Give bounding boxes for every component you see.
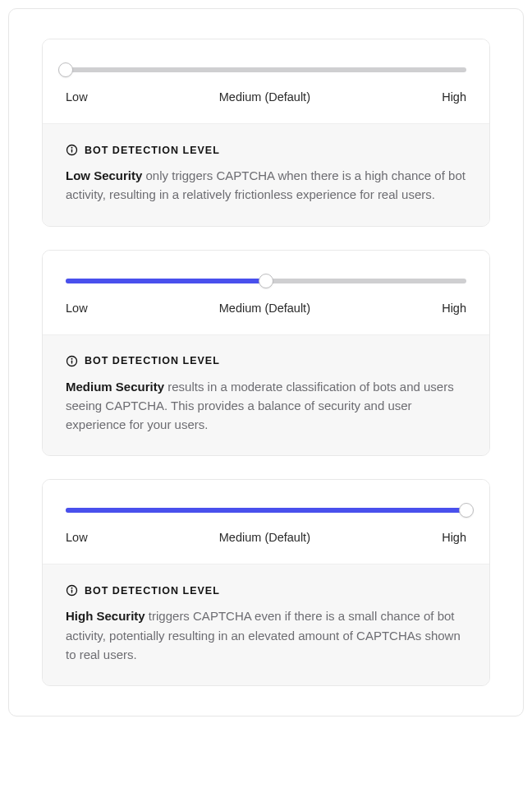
info-title: BOT DETECTION LEVEL bbox=[85, 355, 220, 366]
slider-labels: Low Medium (Default) High bbox=[66, 531, 466, 544]
info-panel: BOT DETECTION LEVEL Low Security only tr… bbox=[43, 123, 489, 226]
settings-panel: Low Medium (Default) High BOT DETECTION … bbox=[8, 8, 524, 717]
slider-area: Low Medium (Default) High bbox=[43, 480, 489, 564]
info-header: BOT DETECTION LEVEL bbox=[66, 584, 466, 597]
info-panel: BOT DETECTION LEVEL Medium Security resu… bbox=[43, 334, 489, 456]
slider-label-high: High bbox=[442, 531, 466, 544]
slider-label-low: Low bbox=[66, 90, 88, 104]
info-icon bbox=[66, 355, 78, 367]
slider-label-high: High bbox=[442, 90, 466, 104]
slider-labels: Low Medium (Default) High bbox=[66, 302, 466, 315]
svg-rect-8 bbox=[71, 590, 72, 593]
info-header: BOT DETECTION LEVEL bbox=[66, 355, 466, 367]
bot-detection-card-low: Low Medium (Default) High BOT DETECTION … bbox=[42, 39, 490, 227]
info-icon bbox=[66, 584, 78, 597]
slider-thumb[interactable] bbox=[459, 503, 474, 518]
info-bold: High Security bbox=[66, 609, 145, 623]
svg-point-7 bbox=[71, 588, 73, 589]
info-bold: Medium Security bbox=[66, 380, 164, 394]
slider-area: Low Medium (Default) High bbox=[43, 251, 489, 334]
slider-label-medium: Medium (Default) bbox=[88, 531, 443, 544]
slider-labels: Low Medium (Default) High bbox=[66, 90, 466, 104]
bot-detection-slider[interactable] bbox=[66, 503, 466, 518]
svg-rect-5 bbox=[71, 360, 72, 363]
bot-detection-slider[interactable] bbox=[66, 62, 466, 77]
info-title: BOT DETECTION LEVEL bbox=[85, 585, 220, 597]
slider-label-low: Low bbox=[66, 531, 88, 544]
info-description: Medium Security results in a moderate cl… bbox=[66, 377, 466, 435]
svg-point-1 bbox=[71, 147, 73, 149]
slider-label-medium: Medium (Default) bbox=[88, 90, 443, 104]
slider-track bbox=[66, 67, 466, 72]
slider-label-low: Low bbox=[66, 302, 88, 315]
info-description: Low Security only triggers CAPTCHA when … bbox=[66, 166, 466, 205]
slider-fill bbox=[66, 508, 466, 513]
bot-detection-card-high: Low Medium (Default) High BOT DETECTION … bbox=[42, 479, 490, 686]
slider-area: Low Medium (Default) High bbox=[43, 39, 489, 123]
slider-thumb[interactable] bbox=[259, 274, 273, 288]
info-panel: BOT DETECTION LEVEL High Security trigge… bbox=[43, 564, 489, 685]
svg-rect-2 bbox=[71, 150, 72, 153]
info-title: BOT DETECTION LEVEL bbox=[85, 145, 220, 156]
slider-label-high: High bbox=[442, 302, 466, 315]
info-bold: Low Security bbox=[66, 168, 142, 182]
bot-detection-card-medium: Low Medium (Default) High BOT DETECTION … bbox=[42, 250, 490, 457]
svg-point-4 bbox=[71, 357, 73, 359]
info-header: BOT DETECTION LEVEL bbox=[66, 144, 466, 156]
slider-fill bbox=[66, 279, 266, 283]
slider-label-medium: Medium (Default) bbox=[88, 302, 443, 315]
info-icon bbox=[66, 144, 78, 156]
slider-thumb[interactable] bbox=[58, 62, 73, 77]
bot-detection-slider[interactable] bbox=[66, 274, 466, 288]
info-description: High Security triggers CAPTCHA even if t… bbox=[66, 606, 466, 664]
